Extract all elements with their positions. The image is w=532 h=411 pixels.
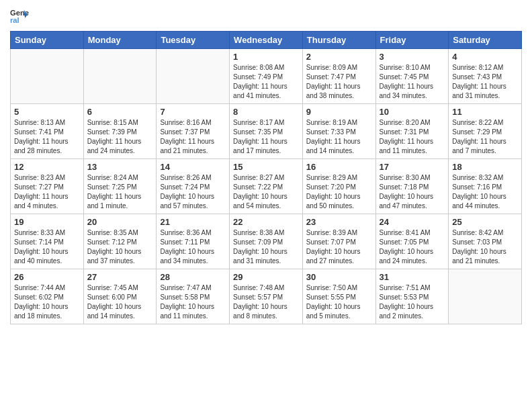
day-number: 28 <box>160 272 226 282</box>
calendar-cell: 27Sunrise: 7:45 AM Sunset: 6:00 PM Dayli… <box>83 269 157 324</box>
calendar-cell: 30Sunrise: 7:50 AM Sunset: 5:55 PM Dayli… <box>302 269 375 324</box>
day-number: 25 <box>452 217 518 227</box>
day-info: Sunrise: 8:08 AM Sunset: 7:49 PM Dayligh… <box>233 63 299 101</box>
day-number: 1 <box>233 52 299 62</box>
day-info: Sunrise: 7:47 AM Sunset: 5:58 PM Dayligh… <box>160 283 226 321</box>
weekday-header: Monday <box>83 32 157 49</box>
day-info: Sunrise: 7:51 AM Sunset: 5:53 PM Dayligh… <box>380 283 445 321</box>
day-info: Sunrise: 8:35 AM Sunset: 7:12 PM Dayligh… <box>87 228 153 266</box>
day-number: 8 <box>233 107 299 117</box>
day-info: Sunrise: 8:29 AM Sunset: 7:20 PM Dayligh… <box>306 173 372 211</box>
calendar-cell: 14Sunrise: 8:26 AM Sunset: 7:24 PM Dayli… <box>157 159 230 214</box>
weekday-header: Sunday <box>11 32 84 49</box>
calendar-cell: 3Sunrise: 8:10 AM Sunset: 7:45 PM Daylig… <box>375 49 449 104</box>
day-number: 30 <box>306 272 372 282</box>
day-number: 6 <box>87 107 153 117</box>
day-number: 21 <box>160 217 226 227</box>
day-info: Sunrise: 8:27 AM Sunset: 7:22 PM Dayligh… <box>233 173 299 211</box>
calendar-cell <box>157 49 230 104</box>
day-number: 13 <box>87 162 153 172</box>
calendar-cell: 25Sunrise: 8:42 AM Sunset: 7:03 PM Dayli… <box>449 214 522 269</box>
calendar-cell: 12Sunrise: 8:23 AM Sunset: 7:27 PM Dayli… <box>11 159 84 214</box>
page-header: Gene ral <box>10 7 522 26</box>
calendar-week-row: 19Sunrise: 8:33 AM Sunset: 7:14 PM Dayli… <box>11 214 522 269</box>
day-info: Sunrise: 7:44 AM Sunset: 6:02 PM Dayligh… <box>14 283 80 321</box>
calendar-week-row: 12Sunrise: 8:23 AM Sunset: 7:27 PM Dayli… <box>11 159 522 214</box>
calendar-table: SundayMondayTuesdayWednesdayThursdayFrid… <box>10 31 522 324</box>
day-number: 17 <box>380 162 445 172</box>
day-number: 10 <box>380 107 445 117</box>
day-number: 16 <box>306 162 372 172</box>
day-number: 24 <box>380 217 445 227</box>
calendar-cell: 23Sunrise: 8:39 AM Sunset: 7:07 PM Dayli… <box>302 214 375 269</box>
day-info: Sunrise: 8:26 AM Sunset: 7:24 PM Dayligh… <box>160 173 226 211</box>
calendar-cell: 4Sunrise: 8:12 AM Sunset: 7:43 PM Daylig… <box>449 49 522 104</box>
calendar-cell: 8Sunrise: 8:17 AM Sunset: 7:35 PM Daylig… <box>230 104 303 159</box>
day-info: Sunrise: 7:45 AM Sunset: 6:00 PM Dayligh… <box>87 283 153 321</box>
day-number: 20 <box>87 217 153 227</box>
day-info: Sunrise: 8:22 AM Sunset: 7:29 PM Dayligh… <box>452 118 518 156</box>
day-info: Sunrise: 8:09 AM Sunset: 7:47 PM Dayligh… <box>306 63 372 101</box>
day-info: Sunrise: 8:38 AM Sunset: 7:09 PM Dayligh… <box>233 228 299 266</box>
calendar-week-row: 26Sunrise: 7:44 AM Sunset: 6:02 PM Dayli… <box>11 269 522 324</box>
calendar-cell: 11Sunrise: 8:22 AM Sunset: 7:29 PM Dayli… <box>449 104 522 159</box>
day-number: 27 <box>87 272 153 282</box>
calendar-cell: 2Sunrise: 8:09 AM Sunset: 7:47 PM Daylig… <box>302 49 375 104</box>
day-number: 4 <box>452 52 518 62</box>
day-number: 14 <box>160 162 226 172</box>
weekday-header: Thursday <box>302 32 375 49</box>
calendar-cell: 28Sunrise: 7:47 AM Sunset: 5:58 PM Dayli… <box>157 269 230 324</box>
calendar-cell <box>11 49 84 104</box>
day-info: Sunrise: 8:41 AM Sunset: 7:05 PM Dayligh… <box>380 228 445 266</box>
calendar-cell: 19Sunrise: 8:33 AM Sunset: 7:14 PM Dayli… <box>11 214 84 269</box>
day-info: Sunrise: 8:24 AM Sunset: 7:25 PM Dayligh… <box>87 173 153 211</box>
day-info: Sunrise: 8:36 AM Sunset: 7:11 PM Dayligh… <box>160 228 226 266</box>
day-info: Sunrise: 8:32 AM Sunset: 7:16 PM Dayligh… <box>452 173 518 211</box>
day-info: Sunrise: 8:16 AM Sunset: 7:37 PM Dayligh… <box>160 118 226 156</box>
day-info: Sunrise: 8:33 AM Sunset: 7:14 PM Dayligh… <box>14 228 80 266</box>
weekday-header: Tuesday <box>157 32 230 49</box>
day-number: 15 <box>233 162 299 172</box>
day-info: Sunrise: 8:12 AM Sunset: 7:43 PM Dayligh… <box>452 63 518 101</box>
day-info: Sunrise: 8:17 AM Sunset: 7:35 PM Dayligh… <box>233 118 299 156</box>
day-number: 31 <box>380 272 445 282</box>
day-number: 2 <box>306 52 372 62</box>
day-info: Sunrise: 8:39 AM Sunset: 7:07 PM Dayligh… <box>306 228 372 266</box>
day-info: Sunrise: 8:15 AM Sunset: 7:39 PM Dayligh… <box>87 118 153 156</box>
day-number: 29 <box>233 272 299 282</box>
day-info: Sunrise: 8:42 AM Sunset: 7:03 PM Dayligh… <box>452 228 518 266</box>
day-number: 18 <box>452 162 518 172</box>
day-info: Sunrise: 8:20 AM Sunset: 7:31 PM Dayligh… <box>380 118 445 156</box>
calendar-cell: 20Sunrise: 8:35 AM Sunset: 7:12 PM Dayli… <box>83 214 157 269</box>
day-number: 7 <box>160 107 226 117</box>
calendar-cell: 7Sunrise: 8:16 AM Sunset: 7:37 PM Daylig… <box>157 104 230 159</box>
calendar-cell: 17Sunrise: 8:30 AM Sunset: 7:18 PM Dayli… <box>375 159 449 214</box>
day-number: 22 <box>233 217 299 227</box>
weekday-header: Friday <box>375 32 449 49</box>
day-info: Sunrise: 7:48 AM Sunset: 5:57 PM Dayligh… <box>233 283 299 321</box>
calendar-cell: 10Sunrise: 8:20 AM Sunset: 7:31 PM Dayli… <box>375 104 449 159</box>
weekday-header: Saturday <box>449 32 522 49</box>
calendar-cell: 9Sunrise: 8:19 AM Sunset: 7:33 PM Daylig… <box>302 104 375 159</box>
calendar-cell: 18Sunrise: 8:32 AM Sunset: 7:16 PM Dayli… <box>449 159 522 214</box>
day-number: 12 <box>14 162 80 172</box>
day-number: 11 <box>452 107 518 117</box>
day-number: 23 <box>306 217 372 227</box>
logo: Gene ral <box>10 7 32 26</box>
calendar-week-row: 1Sunrise: 8:08 AM Sunset: 7:49 PM Daylig… <box>11 49 522 104</box>
weekday-header-row: SundayMondayTuesdayWednesdayThursdayFrid… <box>11 32 522 49</box>
calendar-cell: 26Sunrise: 7:44 AM Sunset: 6:02 PM Dayli… <box>11 269 84 324</box>
day-info: Sunrise: 8:23 AM Sunset: 7:27 PM Dayligh… <box>14 173 80 211</box>
day-number: 26 <box>14 272 80 282</box>
day-info: Sunrise: 8:19 AM Sunset: 7:33 PM Dayligh… <box>306 118 372 156</box>
day-info: Sunrise: 8:30 AM Sunset: 7:18 PM Dayligh… <box>380 173 445 211</box>
calendar-cell: 15Sunrise: 8:27 AM Sunset: 7:22 PM Dayli… <box>230 159 303 214</box>
calendar-cell: 31Sunrise: 7:51 AM Sunset: 5:53 PM Dayli… <box>375 269 449 324</box>
calendar-cell: 5Sunrise: 8:13 AM Sunset: 7:41 PM Daylig… <box>11 104 84 159</box>
day-info: Sunrise: 7:50 AM Sunset: 5:55 PM Dayligh… <box>306 283 372 321</box>
day-number: 19 <box>14 217 80 227</box>
day-number: 3 <box>380 52 445 62</box>
day-info: Sunrise: 8:13 AM Sunset: 7:41 PM Dayligh… <box>14 118 80 156</box>
calendar-cell: 22Sunrise: 8:38 AM Sunset: 7:09 PM Dayli… <box>230 214 303 269</box>
day-number: 5 <box>14 107 80 117</box>
